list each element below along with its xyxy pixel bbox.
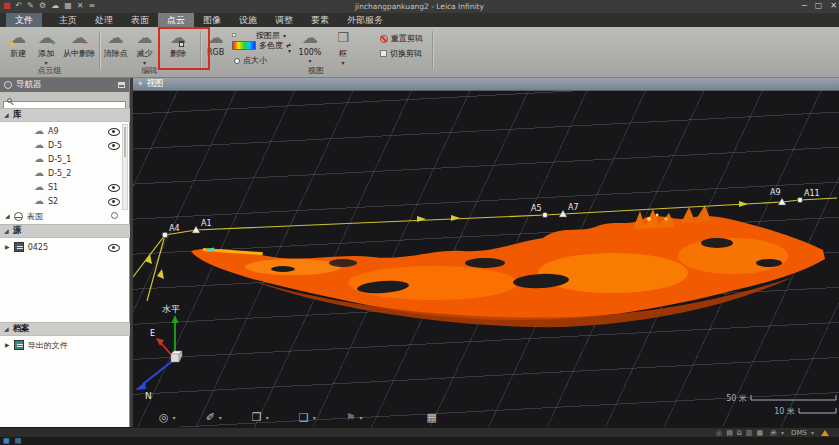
window-controls: ─ ▢ ✕	[802, 1, 837, 10]
point-size-spinner[interactable]: ▴ ▾	[288, 41, 291, 53]
scalebar-large-label: 50 米	[726, 394, 747, 403]
minimize-button[interactable]: ─	[802, 1, 807, 10]
angle-unit-dropdown[interactable]: DMS ▾	[791, 429, 814, 437]
grid-icon: ▦	[427, 411, 437, 424]
status-columns-icon[interactable]: ▥	[746, 429, 753, 437]
title-bar: ■ ↶ ✎ ⚙ ☁ ▦ ✕ ≡ jinchangpankuang2 - Leic…	[0, 0, 839, 13]
caret-down-icon[interactable]: ▾	[173, 415, 176, 420]
zoom-percent-button[interactable]: ☁ 100% ▾	[295, 29, 325, 63]
marker-label: A9	[770, 188, 781, 197]
pointcloud-mini-icon: ☁	[34, 126, 44, 136]
status-list-icon[interactable]: ▤	[726, 429, 733, 437]
point-size-radio[interactable]	[234, 58, 240, 64]
visibility-partial-icon[interactable]	[111, 212, 118, 219]
expand-open-icon[interactable]: ◢	[4, 228, 9, 234]
tab-surfaces[interactable]: 表面	[122, 13, 158, 27]
flag-tool-button[interactable]: ⚑ ▾	[346, 411, 363, 424]
expand-open-icon[interactable]: ◢	[4, 112, 9, 118]
tab-services[interactable]: 外部服务	[338, 13, 392, 27]
tree-item-source-file[interactable]: ▶ 0425	[0, 240, 130, 254]
visibility-eye-icon[interactable]	[108, 197, 119, 205]
reset-clip-button[interactable]: 重置剪辑	[380, 33, 423, 44]
surface-icon	[14, 212, 23, 221]
orbit-icon: ◎	[159, 411, 169, 424]
viewport-toolbar: ◎ ▾ ✐ ▾ ❒ ▾ ❑ ▾ ⚑ ▾	[159, 411, 437, 424]
caret-down-icon: ▾	[781, 429, 784, 436]
length-unit-dropdown[interactable]: 米 ▾	[770, 428, 784, 438]
group-label-view: 视图	[200, 65, 432, 76]
exported-files-icon	[14, 340, 24, 350]
tab-adjustments[interactable]: 调整	[266, 13, 302, 27]
search-icon	[7, 98, 12, 103]
scalebar-small-label: 10 米	[774, 407, 795, 416]
file-icon	[14, 242, 24, 252]
visibility-eye-icon[interactable]	[108, 243, 119, 251]
cube-view-tool-button[interactable]: ❑ ▾	[299, 411, 316, 424]
marker-label: A1	[201, 219, 212, 228]
point-marker	[797, 197, 803, 203]
tab-imaging[interactable]: 图像	[194, 13, 230, 27]
expand-closed-icon[interactable]: ▶	[5, 244, 10, 250]
add-to-pointcloud-button[interactable]: ☁+ 添加 ▾	[32, 29, 60, 65]
remove-from-pointcloud-button[interactable]: ☁− 从中删除	[58, 29, 100, 59]
caret-down-icon[interactable]: ▾	[313, 415, 316, 420]
multicolor-option[interactable]: 多色度 ▾	[232, 40, 289, 51]
axis-vertical-label: 水平	[162, 304, 180, 314]
tab-file[interactable]: 文件	[6, 13, 42, 27]
box-clip-button[interactable]: ❒ 框 ▾	[330, 29, 356, 65]
leica-infinity-window: ■ ↶ ✎ ⚙ ☁ ▦ ✕ ≡ jinchangpankuang2 - Leic…	[0, 0, 839, 445]
section-library[interactable]: ◢ 库	[0, 108, 130, 122]
grid-toggle-button[interactable]: ▦	[427, 411, 437, 424]
taskbar-app-icon[interactable]: ▤	[15, 437, 22, 445]
visibility-eye-icon[interactable]	[108, 141, 119, 149]
zoom-caret-icon[interactable]: ▾	[308, 58, 311, 63]
caret-down-icon[interactable]: ▾	[219, 415, 222, 420]
tab-processing[interactable]: 处理	[86, 13, 122, 27]
section-source[interactable]: ◢ 源	[0, 224, 130, 238]
section-archive[interactable]: ◢ 档案	[0, 322, 130, 336]
status-grid-icon[interactable]: ▦	[756, 429, 763, 437]
toggle-clip-checkbox[interactable]: 切换剪辑	[380, 48, 422, 59]
status-layers-icon[interactable]: ⧉	[737, 429, 742, 437]
expand-open-icon[interactable]: ◢	[4, 326, 9, 332]
eraser-tool-button[interactable]: ✐ ▾	[206, 411, 222, 424]
visibility-eye-icon[interactable]	[108, 127, 119, 135]
caret-down-icon[interactable]: ▾	[266, 415, 269, 420]
spinner-up-icon[interactable]: ▴	[288, 41, 291, 46]
marker-label: A11	[804, 189, 820, 198]
expand-open-icon[interactable]: ◢	[5, 213, 10, 219]
orbit-tool-button[interactable]: ◎ ▾	[159, 411, 176, 424]
tab-point-cloud[interactable]: 点云	[158, 13, 194, 27]
tab-infrastructure[interactable]: 设施	[230, 13, 266, 27]
clear-points-button[interactable]: ☁ 清除点	[100, 29, 131, 59]
tree-item-pointcloud[interactable]: ☁ D-5_1	[0, 152, 130, 166]
status-target-icon[interactable]: ◎	[716, 429, 722, 437]
visibility-eye-icon[interactable]	[108, 183, 119, 191]
3d-viewport-canvas[interactable]: A4 A1 A5 A7 A9 A11 水平	[133, 91, 839, 427]
dock-panel-icon[interactable]	[118, 82, 125, 88]
spinner-down-icon[interactable]: ▾	[288, 48, 291, 53]
new-pointcloud-button[interactable]: ☁ 新建	[2, 29, 34, 59]
tree-item-pointcloud[interactable]: ☁ S2	[0, 194, 130, 208]
caret-down-icon[interactable]: ▾	[360, 415, 363, 420]
tree-item-pointcloud[interactable]: ☁ D-5_2	[0, 166, 130, 180]
tree-item-pointcloud[interactable]: ☁ S1	[0, 180, 130, 194]
tab-features[interactable]: 要素	[302, 13, 338, 27]
toggle-clip-box-icon[interactable]	[380, 50, 387, 57]
tree-item-pointcloud[interactable]: ☁ A9	[0, 124, 130, 138]
tree-scrollbar[interactable]	[122, 124, 128, 210]
tree-node-surfaces[interactable]: ◢ 表面	[0, 209, 130, 223]
tree-item-exported-files[interactable]: ▶ 导出的文件	[0, 338, 130, 352]
tab-home[interactable]: 主页	[50, 13, 86, 27]
close-button[interactable]: ✕	[830, 1, 837, 10]
alert-icon[interactable]	[821, 430, 829, 436]
expand-closed-icon[interactable]: ▶	[5, 342, 10, 348]
tree-item-pointcloud[interactable]: ☁ D-5	[0, 138, 130, 152]
new-dot-accent	[10, 42, 14, 46]
taskbar-app-icon[interactable]: ▦	[3, 437, 10, 445]
maximize-button[interactable]: ▢	[815, 1, 823, 10]
reduce-points-button[interactable]: ☁ 减少 ▾	[131, 29, 158, 65]
clip-box-tool-button[interactable]: ❒ ▾	[252, 411, 269, 424]
reduce-points-icon: ☁	[137, 30, 153, 46]
group-label-pointcloud: 点云组	[0, 65, 99, 76]
